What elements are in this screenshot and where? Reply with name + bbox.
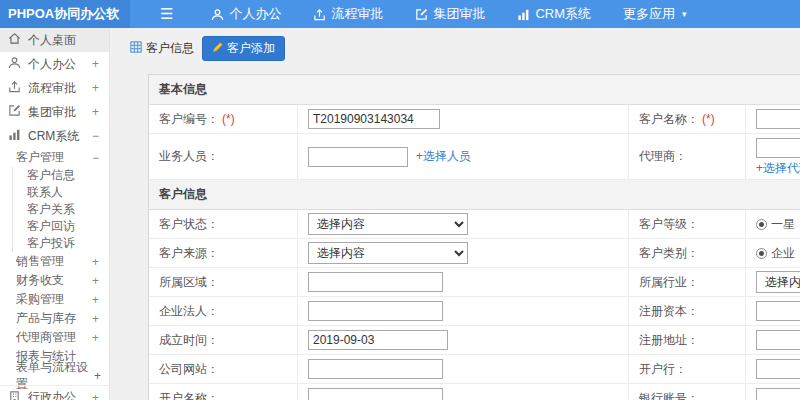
customer-no-input[interactable] xyxy=(308,109,440,129)
field-label: 所属行业： xyxy=(629,268,746,297)
label-text: 客户来源： xyxy=(159,245,219,262)
radio-label: 一星 xyxy=(771,216,795,233)
required-marker: (*) xyxy=(222,112,235,126)
menu-icon[interactable]: ☰ xyxy=(160,5,173,23)
sidebar-item-label: 产品与库存 xyxy=(16,310,92,327)
region-input[interactable] xyxy=(308,272,443,292)
expand-icon[interactable]: + xyxy=(92,331,101,345)
industry-select[interactable]: 选择内容 xyxy=(756,271,800,293)
sidebar-item-customer-relations[interactable]: 客户关系 xyxy=(13,201,109,218)
expand-icon[interactable]: + xyxy=(92,81,101,95)
field-cell: 选择内容 xyxy=(298,210,629,239)
sidebar-item-purchasing[interactable]: 采购管理 + xyxy=(0,290,109,309)
expand-icon[interactable]: + xyxy=(92,391,101,400)
label-text: 业务人员： xyxy=(159,148,219,165)
field-label: 注册资本： xyxy=(629,297,746,326)
nav-group-approval[interactable]: 集团审批 xyxy=(399,0,501,28)
bank-account-input[interactable] xyxy=(756,388,800,400)
sidebar-item-products-inventory[interactable]: 产品与库存 + xyxy=(0,309,109,328)
customer-name-input[interactable] xyxy=(756,109,800,129)
nav-label: CRM系统 xyxy=(535,5,591,23)
required-marker: (*) xyxy=(702,112,715,126)
nav-workflow-approval[interactable]: 流程审批 xyxy=(297,0,399,28)
label-text: 所属行业： xyxy=(639,274,699,291)
founded-date-input[interactable] xyxy=(308,330,448,350)
sidebar-item-crm-system[interactable]: CRM系统 − xyxy=(0,124,109,148)
link-text: 选择代理商 xyxy=(763,161,800,175)
field-label: 客户编号： (*) xyxy=(149,105,298,134)
tab-customer-info[interactable]: 客户信息 xyxy=(130,40,194,57)
expand-icon[interactable]: + xyxy=(92,274,101,288)
top-navigation: 个人办公 流程审批 集团审批 CRM系统 更多应用 ▾ xyxy=(195,0,702,28)
sidebar-item-sales-management[interactable]: 销售管理 + xyxy=(0,252,109,271)
select-personnel-link[interactable]: +选择人员 xyxy=(416,148,471,165)
sidebar-item-form-workflow-settings[interactable]: 表单与流程设置 + xyxy=(0,366,109,385)
legal-person-input[interactable] xyxy=(308,301,443,321)
sidebar-item-label: CRM系统 xyxy=(28,128,85,145)
sidebar-item-customer-management[interactable]: 客户管理 − xyxy=(0,148,109,167)
website-input[interactable] xyxy=(308,359,443,379)
field-label: 所属区域： xyxy=(149,268,298,297)
home-icon xyxy=(8,32,21,48)
field-cell xyxy=(746,355,800,384)
expand-icon[interactable]: + xyxy=(92,255,101,269)
sidebar-item-label: 财务收支 xyxy=(16,272,92,289)
sidebar-item-label: 流程审批 xyxy=(28,80,85,97)
sidebar-item-label: 行政办公 xyxy=(28,389,85,400)
process-icon xyxy=(8,80,21,96)
building-icon xyxy=(8,390,21,400)
nav-crm-system[interactable]: CRM系统 xyxy=(501,0,607,28)
sidebar-item-agent-management[interactable]: 代理商管理 + xyxy=(0,328,109,347)
salesperson-input[interactable] xyxy=(308,147,408,167)
label-text: 注册资本： xyxy=(639,303,699,320)
topbar: PHPOA协同办公软件 ☰ 个人办公 流程审批 集团审批 CRM系统 更多应用 … xyxy=(0,0,800,28)
collapse-icon[interactable]: − xyxy=(92,129,101,143)
nav-more-apps[interactable]: 更多应用 ▾ xyxy=(607,0,703,28)
sidebar-item-customer-info[interactable]: 客户信息 xyxy=(13,167,109,184)
label-text: 客户名称： xyxy=(639,111,699,128)
section-header-basic-info: 基本信息 xyxy=(149,75,800,105)
registered-capital-input[interactable] xyxy=(756,301,800,321)
select-agent-link[interactable]: +选择代理商 xyxy=(756,160,800,177)
sidebar-item-customer-complaints[interactable]: 客户投诉 xyxy=(13,235,109,252)
tab-customer-add[interactable]: 客户添加 xyxy=(202,36,285,61)
user-icon xyxy=(211,8,224,21)
sidebar-item-workflow-approval[interactable]: 流程审批 + xyxy=(0,76,109,100)
sidebar-item-desktop[interactable]: 个人桌面 xyxy=(0,28,109,52)
account-name-input[interactable] xyxy=(308,388,443,400)
nav-personal-office[interactable]: 个人办公 xyxy=(195,0,297,28)
customer-source-select[interactable]: 选择内容 xyxy=(308,242,468,264)
expand-icon[interactable]: + xyxy=(92,312,101,326)
sidebar-item-label: 代理商管理 xyxy=(16,329,92,346)
expand-icon[interactable]: + xyxy=(92,57,101,71)
expand-icon[interactable]: + xyxy=(92,293,101,307)
field-cell: +选择代理商 xyxy=(746,134,800,180)
sidebar-item-admin-office[interactable]: 行政办公 + xyxy=(0,385,109,400)
bank-input[interactable] xyxy=(756,359,800,379)
sidebar-item-finance[interactable]: 财务收支 + xyxy=(0,271,109,290)
expand-icon[interactable]: + xyxy=(94,369,101,383)
field-cell: 选择内容 xyxy=(746,268,800,297)
field-cell: 企业 xyxy=(746,239,800,268)
sidebar-item-personal-office[interactable]: 个人办公 + xyxy=(0,52,109,76)
customer-category-radio[interactable] xyxy=(756,248,767,259)
field-label: 业务人员： xyxy=(149,134,298,180)
nav-label: 更多应用 xyxy=(623,5,675,23)
link-text: 选择人员 xyxy=(423,149,471,163)
plus-marker: + xyxy=(416,149,423,163)
app-logo: PHPOA协同办公软件 xyxy=(0,0,130,28)
customer-level-radio[interactable] xyxy=(756,219,767,230)
sidebar-item-contacts[interactable]: 联系人 xyxy=(13,184,109,201)
expand-icon[interactable]: + xyxy=(92,105,101,119)
field-label: 客户类别： xyxy=(629,239,746,268)
field-label: 代理商： xyxy=(629,134,746,180)
sidebar-item-group-approval[interactable]: 集团审批 + xyxy=(0,100,109,124)
sidebar-item-label: 采购管理 xyxy=(16,291,92,308)
field-cell xyxy=(298,268,629,297)
agent-input[interactable] xyxy=(756,138,800,158)
sidebar-item-customer-followup[interactable]: 客户回访 xyxy=(13,218,109,235)
registered-address-input[interactable] xyxy=(756,330,800,350)
field-cell xyxy=(746,297,800,326)
customer-status-select[interactable]: 选择内容 xyxy=(308,213,468,235)
collapse-icon[interactable]: − xyxy=(92,151,101,165)
